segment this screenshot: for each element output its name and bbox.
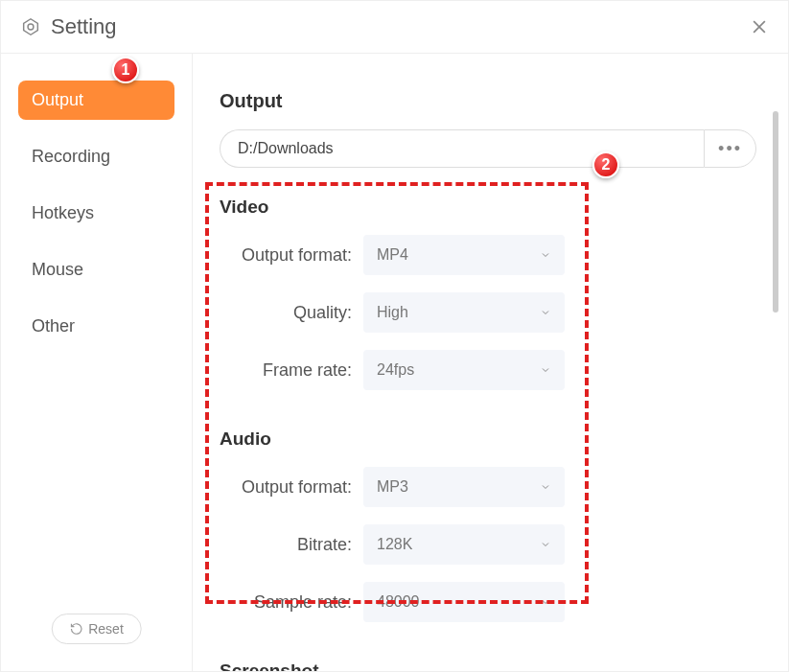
video-framerate-row: Frame rate: 24fps <box>220 350 756 390</box>
sidebar-item-hotkeys[interactable]: Hotkeys <box>18 194 174 233</box>
sidebar: Output Recording Hotkeys Mouse Other Res… <box>1 54 193 671</box>
chevron-down-icon <box>540 596 551 608</box>
browse-button[interactable]: ••• <box>704 129 756 168</box>
annotation-badge-1: 1 <box>112 57 139 83</box>
svg-marker-0 <box>24 19 38 35</box>
window-title: Setting <box>51 14 117 39</box>
video-quality-select[interactable]: High <box>363 292 565 333</box>
video-format-select[interactable]: MP4 <box>363 235 565 275</box>
video-framerate-select[interactable]: 24fps <box>363 350 565 390</box>
audio-samplerate-row: Sample rate: 48000 <box>220 582 756 622</box>
content-inner: Output ••• Video Output format: MP4 <box>220 90 756 671</box>
section-heading-video: Video <box>220 197 756 218</box>
section-heading-audio: Audio <box>220 429 756 450</box>
audio-samplerate-select[interactable]: 48000 <box>363 582 565 622</box>
output-path-input[interactable] <box>220 129 704 168</box>
audio-format-row: Output format: MP3 <box>220 467 756 507</box>
refresh-icon <box>69 622 82 636</box>
chevron-down-icon <box>540 307 551 318</box>
select-value: 128K <box>377 536 412 553</box>
select-value: MP3 <box>377 478 408 496</box>
video-group: Video Output format: MP4 Quality: High <box>220 197 756 390</box>
video-format-label: Output format: <box>220 245 363 266</box>
sidebar-item-other[interactable]: Other <box>18 307 174 346</box>
sidebar-item-label: Output <box>32 90 83 109</box>
titlebar: Setting <box>1 1 788 54</box>
reset-label: Reset <box>88 621 124 637</box>
select-value: 48000 <box>377 593 420 611</box>
sidebar-item-label: Other <box>32 316 75 336</box>
settings-window: Setting Output Recording Hotkeys Mouse O… <box>0 0 789 672</box>
chevron-down-icon <box>540 364 551 376</box>
audio-samplerate-label: Sample rate: <box>220 592 363 613</box>
svg-point-1 <box>28 24 34 30</box>
video-quality-label: Quality: <box>220 303 363 323</box>
sidebar-item-recording[interactable]: Recording <box>18 137 174 176</box>
sidebar-item-label: Recording <box>32 147 110 166</box>
annotation-badge-2: 2 <box>592 151 619 178</box>
sidebar-item-label: Hotkeys <box>32 203 94 222</box>
output-path-row: ••• <box>220 129 756 168</box>
audio-format-select[interactable]: MP3 <box>363 467 565 507</box>
video-quality-row: Quality: High <box>220 292 756 333</box>
video-framerate-label: Frame rate: <box>220 360 363 381</box>
audio-bitrate-select[interactable]: 128K <box>363 524 565 565</box>
video-format-row: Output format: MP4 <box>220 235 756 275</box>
audio-group: Audio Output format: MP3 Bitrate: 128K <box>220 429 756 622</box>
settings-icon <box>20 16 41 37</box>
chevron-down-icon <box>540 481 551 493</box>
scrollbar[interactable] <box>773 111 778 313</box>
sidebar-item-label: Mouse <box>32 260 83 279</box>
section-heading-output: Output <box>220 90 756 112</box>
body: Output Recording Hotkeys Mouse Other Res… <box>1 54 788 671</box>
chevron-down-icon <box>540 249 551 261</box>
audio-bitrate-row: Bitrate: 128K <box>220 524 756 565</box>
audio-format-label: Output format: <box>220 477 363 498</box>
content: Output ••• Video Output format: MP4 <box>193 54 788 671</box>
sidebar-item-mouse[interactable]: Mouse <box>18 250 174 290</box>
select-value: 24fps <box>377 361 414 379</box>
select-value: High <box>377 304 408 321</box>
chevron-down-icon <box>540 539 551 550</box>
sidebar-item-output[interactable]: Output <box>18 81 174 120</box>
select-value: MP4 <box>377 246 408 264</box>
reset-button[interactable]: Reset <box>51 614 142 644</box>
section-heading-screenshot: Screenshot <box>220 660 756 671</box>
title-left: Setting <box>20 14 117 39</box>
close-button[interactable] <box>750 17 769 36</box>
ellipsis-icon: ••• <box>718 139 742 159</box>
audio-bitrate-label: Bitrate: <box>220 535 363 555</box>
